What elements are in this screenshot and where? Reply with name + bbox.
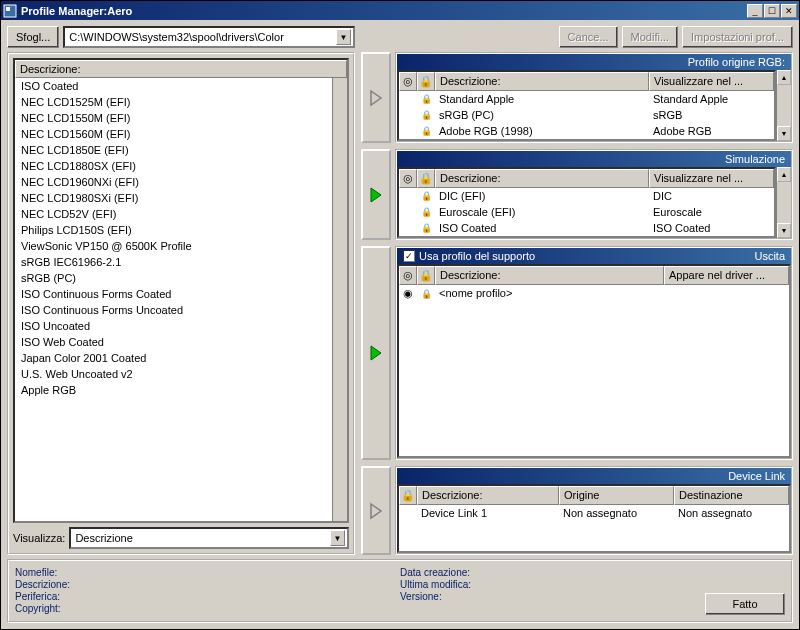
col-origin[interactable]: Origine bbox=[559, 486, 674, 505]
col-description[interactable]: Descrizione: bbox=[435, 72, 649, 91]
list-item[interactable]: U.S. Web Uncoated v2 bbox=[15, 366, 347, 382]
table-row[interactable]: 🔒Euroscale (EFI)Euroscale bbox=[399, 204, 774, 220]
cell-display: ISO Coated bbox=[649, 220, 774, 236]
lock-col-icon[interactable]: 🔒 bbox=[417, 266, 435, 285]
lock-icon: 🔒 bbox=[417, 204, 435, 220]
radio-col-icon[interactable]: ◎ bbox=[399, 169, 417, 188]
close-button[interactable]: ✕ bbox=[781, 4, 797, 18]
col-description[interactable]: Descrizione: bbox=[417, 486, 559, 505]
devicelink-panel: Device Link 🔒 Descrizione: Origine Desti… bbox=[395, 466, 793, 555]
table-row[interactable]: 🔒sRGB (PC)sRGB bbox=[399, 107, 774, 123]
cell-display: sRGB bbox=[649, 107, 774, 123]
cell-description: DIC (EFI) bbox=[435, 188, 649, 204]
table-row[interactable]: 🔒DIC (EFI)DIC bbox=[399, 188, 774, 204]
modify-button[interactable]: Modifi... bbox=[622, 26, 679, 48]
svg-marker-3 bbox=[371, 188, 381, 202]
rgb-panel: Profilo origine RGB: ◎ 🔒 Descrizione: Vi… bbox=[395, 52, 793, 143]
radio-icon[interactable] bbox=[399, 107, 417, 123]
list-item[interactable]: ISO Web Coated bbox=[15, 334, 347, 350]
list-item[interactable]: NEC LCD1980SXi (EFI) bbox=[15, 190, 347, 206]
lock-col-icon[interactable]: 🔒 bbox=[399, 486, 417, 505]
panel-title-sim: Simulazione bbox=[397, 151, 791, 167]
list-item[interactable]: ISO Uncoated bbox=[15, 318, 347, 334]
cell-description: ISO Coated bbox=[435, 220, 649, 236]
table-row[interactable]: Device Link 1Non assegnatoNon assegnato bbox=[399, 505, 789, 521]
list-item[interactable]: NEC LCD1960NXi (EFI) bbox=[15, 174, 347, 190]
lock-icon: 🔒 bbox=[417, 91, 435, 107]
scrollbar[interactable]: ▲▼ bbox=[776, 70, 791, 141]
list-item[interactable]: ISO Coated bbox=[15, 78, 347, 94]
profile-list: Descrizione: ISO CoatedNEC LCD1525M (EFI… bbox=[13, 58, 349, 523]
done-button[interactable]: Fatto bbox=[705, 593, 785, 615]
lock-icon bbox=[399, 505, 417, 521]
footer-info: Nomefile: Descrizione: Periferica: Copyr… bbox=[7, 559, 793, 623]
maximize-button[interactable]: ☐ bbox=[764, 4, 780, 18]
visualize-combo[interactable]: Descrizione ▼ bbox=[69, 527, 349, 549]
table-row[interactable]: 🔒Adobe RGB (1998)Adobe RGB bbox=[399, 123, 774, 139]
scrollbar[interactable] bbox=[332, 78, 347, 521]
list-header[interactable]: Descrizione: bbox=[15, 60, 347, 78]
list-item[interactable]: sRGB (PC) bbox=[15, 270, 347, 286]
radio-col-icon[interactable]: ◎ bbox=[399, 266, 417, 285]
cell-display: Adobe RGB bbox=[649, 123, 774, 139]
chevron-down-icon[interactable]: ▼ bbox=[336, 29, 351, 45]
list-item[interactable]: NEC LCD1850E (EFI) bbox=[15, 142, 347, 158]
lock-col-icon[interactable]: 🔒 bbox=[417, 169, 435, 188]
list-item[interactable]: NEC LCD1880SX (EFI) bbox=[15, 158, 347, 174]
col-display[interactable]: Visualizzare nel ... bbox=[649, 72, 774, 91]
radio-icon[interactable]: ◉ bbox=[399, 285, 417, 302]
table-row[interactable]: ◉🔒<nome profilo> bbox=[399, 285, 789, 302]
cell-description: <nome profilo> bbox=[435, 285, 664, 302]
radio-icon[interactable] bbox=[399, 91, 417, 107]
right-pane: Profilo origine RGB: ◎ 🔒 Descrizione: Vi… bbox=[361, 52, 793, 555]
cell-description: Adobe RGB (1998) bbox=[435, 123, 649, 139]
col-dest[interactable]: Destinazione bbox=[674, 486, 789, 505]
assign-output-button[interactable] bbox=[361, 246, 391, 460]
profile-settings-button[interactable]: Impostazioni prof... bbox=[682, 26, 793, 48]
chevron-down-icon[interactable]: ▼ bbox=[330, 530, 345, 546]
col-driver[interactable]: Appare nel driver ... bbox=[664, 266, 789, 285]
lock-icon: 🔒 bbox=[417, 220, 435, 236]
use-support-profile-checkbox[interactable]: ✓ bbox=[403, 250, 415, 262]
assign-sim-button[interactable] bbox=[361, 149, 391, 240]
minimize-button[interactable]: _ bbox=[747, 4, 763, 18]
table-row[interactable]: 🔒ISO CoatedISO Coated bbox=[399, 220, 774, 236]
list-item[interactable]: ViewSonic VP150 @ 6500K Profile bbox=[15, 238, 347, 254]
list-item[interactable]: Japan Color 2001 Coated bbox=[15, 350, 347, 366]
table-row[interactable]: 🔒Standard AppleStandard Apple bbox=[399, 91, 774, 107]
radio-icon[interactable] bbox=[399, 188, 417, 204]
browse-button[interactable]: Sfogl... bbox=[7, 26, 59, 48]
list-item[interactable]: Philips LCD150S (EFI) bbox=[15, 222, 347, 238]
lock-icon: 🔒 bbox=[417, 107, 435, 123]
lock-col-icon[interactable]: 🔒 bbox=[417, 72, 435, 91]
col-description[interactable]: Descrizione: bbox=[435, 169, 649, 188]
list-item[interactable]: NEC LCD1525M (EFI) bbox=[15, 94, 347, 110]
lock-icon: 🔒 bbox=[417, 188, 435, 204]
radio-icon[interactable] bbox=[399, 220, 417, 236]
col-display[interactable]: Visualizzare nel ... bbox=[649, 169, 774, 188]
list-item[interactable]: NEC LCD1560M (EFI) bbox=[15, 126, 347, 142]
radio-col-icon[interactable]: ◎ bbox=[399, 72, 417, 91]
list-item[interactable]: ISO Continuous Forms Uncoated bbox=[15, 302, 347, 318]
cancel-button[interactable]: Cance... bbox=[559, 26, 618, 48]
list-item[interactable]: sRGB IEC61966-2.1 bbox=[15, 254, 347, 270]
visualize-label: Visualizza: bbox=[13, 532, 65, 544]
svg-marker-2 bbox=[371, 91, 381, 105]
assign-devicelink-button[interactable] bbox=[361, 466, 391, 555]
list-body[interactable]: ISO CoatedNEC LCD1525M (EFI)NEC LCD1550M… bbox=[15, 78, 347, 521]
list-item[interactable]: NEC LCD52V (EFI) bbox=[15, 206, 347, 222]
assign-rgb-button[interactable] bbox=[361, 52, 391, 143]
col-description[interactable]: Descrizione: bbox=[435, 266, 664, 285]
lock-icon: 🔒 bbox=[417, 123, 435, 139]
radio-icon[interactable] bbox=[399, 204, 417, 220]
radio-icon[interactable] bbox=[399, 123, 417, 139]
scrollbar[interactable]: ▲▼ bbox=[776, 167, 791, 238]
list-item[interactable]: Apple RGB bbox=[15, 382, 347, 398]
list-item[interactable]: ISO Continuous Forms Coated bbox=[15, 286, 347, 302]
cell-origin: Non assegnato bbox=[559, 505, 674, 521]
path-combo[interactable]: C:\WINDOWS\system32\spool\drivers\Color … bbox=[63, 26, 355, 48]
checkbox-label: Usa profilo del supporto bbox=[419, 250, 754, 262]
cell-description: Standard Apple bbox=[435, 91, 649, 107]
list-item[interactable]: NEC LCD1550M (EFI) bbox=[15, 110, 347, 126]
path-value: C:\WINDOWS\system32\spool\drivers\Color bbox=[67, 31, 336, 43]
